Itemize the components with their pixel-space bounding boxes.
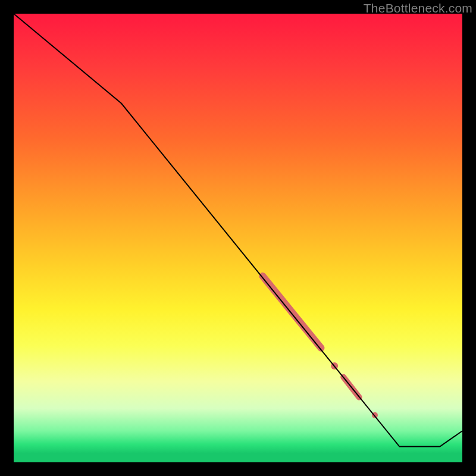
chart-stage: TheBottleneck.com [0,0,476,476]
chart-plot-area [14,14,462,462]
watermark-label: TheBottleneck.com [364,1,472,15]
